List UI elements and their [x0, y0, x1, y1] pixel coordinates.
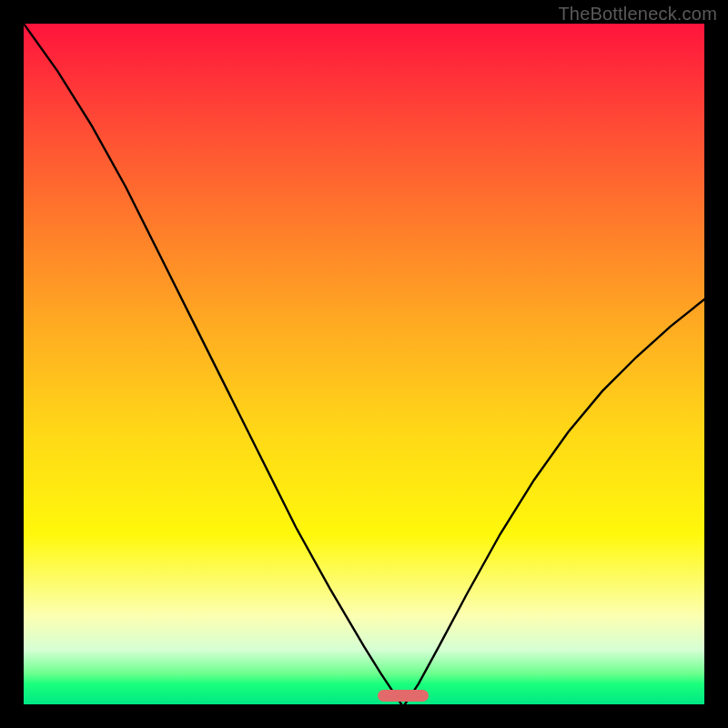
bottleneck-curve: [24, 24, 704, 704]
plot-area: [24, 24, 704, 704]
optimal-marker: [378, 690, 429, 702]
watermark-text: TheBottleneck.com: [558, 4, 717, 25]
curve-path: [24, 24, 704, 704]
chart-frame: TheBottleneck.com: [0, 0, 728, 728]
